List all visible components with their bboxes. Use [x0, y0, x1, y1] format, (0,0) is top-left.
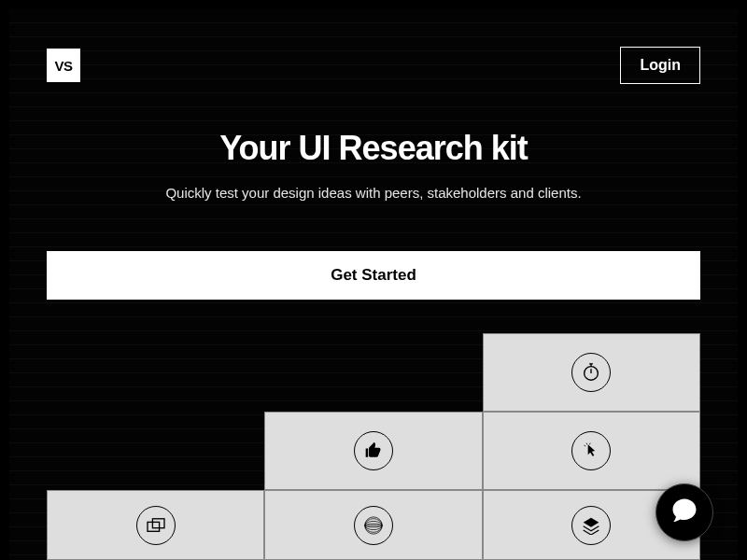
logo[interactable]: VS	[47, 49, 80, 82]
login-button[interactable]: Login	[620, 47, 700, 84]
feature-card-empty	[47, 333, 264, 412]
feature-card[interactable]	[47, 490, 264, 560]
thumbs-up-icon	[354, 431, 393, 470]
header: VS Login	[9, 9, 738, 84]
overlap-windows-icon	[136, 506, 176, 545]
feature-card[interactable]	[483, 412, 700, 490]
feature-card[interactable]	[264, 412, 482, 490]
stopwatch-icon	[571, 353, 611, 392]
hero: Your UI Research kit Quickly test your d…	[9, 129, 738, 201]
page-subtitle: Quickly test your design ideas with peer…	[47, 185, 700, 201]
logo-text: VS	[54, 58, 72, 74]
svg-line-5	[585, 445, 586, 446]
login-label: Login	[640, 57, 681, 73]
click-cursor-icon	[571, 431, 611, 470]
page-title: Your UI Research kit	[47, 129, 700, 168]
chat-bubble-icon	[670, 497, 698, 528]
app-frame: VS Login Your UI Research kit Quickly te…	[9, 9, 738, 560]
cta-container: Get Started	[47, 251, 700, 300]
svg-rect-8	[152, 518, 164, 527]
svg-rect-7	[148, 522, 160, 531]
layers-stack-icon	[571, 506, 611, 545]
feature-card[interactable]	[483, 333, 700, 412]
svg-point-0	[585, 367, 599, 381]
feature-card[interactable]	[264, 490, 482, 560]
sphere-lines-icon	[354, 506, 393, 545]
feature-grid	[47, 333, 700, 560]
svg-line-6	[590, 443, 591, 445]
chat-widget-button[interactable]	[655, 483, 713, 541]
get-started-button[interactable]: Get Started	[47, 251, 700, 300]
feature-card-empty	[47, 412, 264, 490]
svg-line-4	[586, 443, 587, 445]
cta-label: Get Started	[331, 266, 416, 284]
feature-card-empty	[264, 333, 482, 412]
